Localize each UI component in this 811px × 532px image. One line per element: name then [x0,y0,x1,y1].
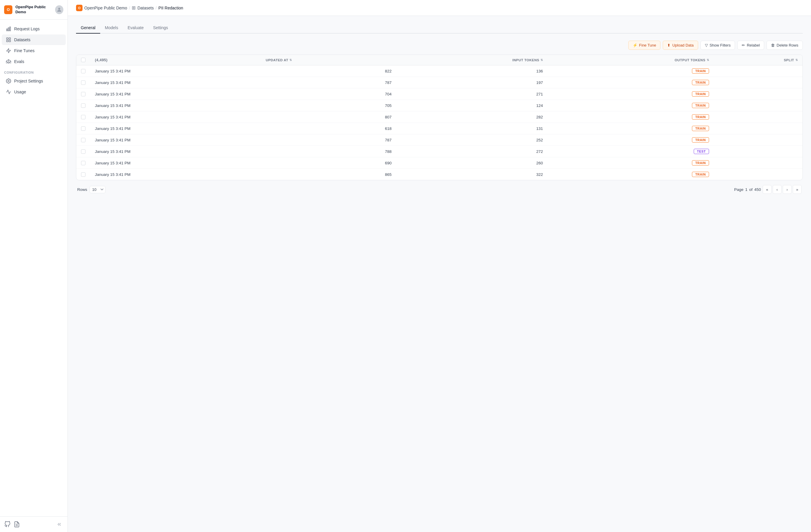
row-checkbox-9[interactable] [81,172,86,177]
split-badge-5: TRAIN [692,126,709,131]
sidebar-item-evals[interactable]: Evals [2,56,66,67]
footer-icons [4,521,20,528]
row-checkbox-cell-9 [76,169,90,180]
row-input-tokens-4: 807 [261,111,396,123]
row-split-5: TRAIN [548,123,714,134]
row-checkbox-4[interactable] [81,115,86,119]
row-checkbox-cell-2 [76,88,90,100]
upload-data-button[interactable]: ⬆ Upload Data [663,41,698,50]
next-page-button[interactable]: › [783,185,792,194]
relabel-button[interactable]: ✏ Relabel [737,41,764,50]
tab-bar: General Models Evaluate Settings [76,23,803,34]
page-content: General Models Evaluate Settings ⚡ Fine … [68,16,811,532]
th-updated-at[interactable]: UPDATED AT ⇅ [261,55,396,65]
row-input-tokens-3: 705 [261,100,396,111]
row-date-5: January 15 3:41 PM [90,123,261,134]
delete-rows-button[interactable]: 🗑 Delete Rows [766,41,803,50]
avatar[interactable] [55,5,63,14]
lightning-btn-icon: ⚡ [633,43,638,47]
relabel-label: Relabel [747,43,760,47]
select-all-header[interactable] [76,55,90,65]
row-checkbox-3[interactable] [81,104,86,108]
last-page-button[interactable]: » [793,185,801,194]
split-badge-2: TRAIN [692,91,709,97]
upload-data-label: Upload Data [672,43,693,47]
svg-rect-3 [10,27,11,31]
row-checkbox-1[interactable] [81,80,86,85]
select-all-checkbox[interactable] [81,58,86,62]
sidebar-nav: Request Logs Datasets Fine Tunes Evals C… [0,20,67,516]
row-split-2: TRAIN [548,88,714,100]
table-row[interactable]: January 15 3:41 PM 705 124 TRAIN [76,100,802,111]
table-row[interactable]: January 15 3:41 PM 865 322 TRAIN [76,169,802,180]
th-input-tokens[interactable]: INPUT TOKENS ⇅ [396,55,548,65]
row-date-4: January 15 3:41 PM [90,111,261,123]
tab-evaluate[interactable]: Evaluate [123,23,148,34]
sidebar-item-fine-tunes[interactable]: Fine Tunes [2,45,66,56]
gear-icon [6,78,11,84]
row-input-tokens-0: 822 [261,65,396,77]
th-count: (4,495) [90,55,261,65]
docs-icon[interactable] [14,521,20,528]
row-date-1: January 15 3:41 PM [90,77,261,88]
row-checkbox-cell-6 [76,134,90,146]
org-logo-area[interactable]: O OpenPipe Public Demo [4,5,55,15]
row-date-6: January 15 3:41 PM [90,134,261,146]
svg-rect-2 [8,28,9,31]
row-checkbox-5[interactable] [81,126,86,131]
gauge-icon [6,89,11,95]
row-checkbox-6[interactable] [81,138,86,142]
svg-rect-6 [6,40,8,42]
show-filters-label: Show Filters [709,43,731,47]
table-row[interactable]: January 15 3:41 PM 690 260 TRAIN [76,157,802,169]
sidebar-item-datasets[interactable]: Datasets [2,34,66,45]
table-row[interactable]: January 15 3:41 PM 788 272 TEST [76,146,802,157]
github-icon[interactable] [4,521,11,528]
sidebar-item-request-logs[interactable]: Request Logs [2,24,66,34]
table-row[interactable]: January 15 3:41 PM 704 271 TRAIN [76,88,802,100]
row-checkbox-cell-5 [76,123,90,134]
row-checkbox-7[interactable] [81,150,86,154]
sort-icon-output-tokens: ⇅ [707,58,709,62]
split-badge-1: TRAIN [692,80,709,85]
row-output-tokens-5: 131 [396,123,548,134]
row-checkbox-cell-4 [76,111,90,123]
breadcrumb-org[interactable]: OpenPipe Public Demo [84,5,127,10]
sidebar-item-label: Evals [14,59,24,64]
table-row[interactable]: January 15 3:41 PM 807 282 TRAIN [76,111,802,123]
sidebar-item-project-settings[interactable]: Project Settings [2,76,66,86]
show-filters-button[interactable]: ▽ Show Filters [701,41,735,50]
tab-general[interactable]: General [76,23,100,34]
th-output-tokens[interactable]: OUTPUT TOKENS ⇅ [548,55,714,65]
prev-page-button[interactable]: ‹ [773,185,782,194]
row-input-tokens-1: 787 [261,77,396,88]
table-row[interactable]: January 15 3:41 PM 822 136 TRAIN [76,65,802,77]
row-split-3: TRAIN [548,100,714,111]
rows-per-page-select[interactable]: 10 25 50 100 [90,186,106,193]
page-label: Page [734,187,744,192]
tab-settings[interactable]: Settings [148,23,173,34]
sidebar-item-usage[interactable]: Usage [2,87,66,97]
row-split-7: TEST [548,146,714,157]
table-row[interactable]: January 15 3:41 PM 787 197 TRAIN [76,77,802,88]
row-checkbox-0[interactable] [81,69,86,73]
row-output-tokens-7: 272 [396,146,548,157]
row-output-tokens-3: 124 [396,100,548,111]
breadcrumb-datasets[interactable]: Datasets [137,5,154,10]
row-checkbox-2[interactable] [81,92,86,96]
th-split[interactable]: SPLIT ⇅ [714,55,802,65]
row-checkbox-8[interactable] [81,161,86,165]
toolbar: ⚡ Fine Tune ⬆ Upload Data ▽ Show Filters… [76,41,803,50]
first-page-button[interactable]: « [763,185,771,194]
fine-tune-button[interactable]: ⚡ Fine Tune [628,41,661,50]
row-output-tokens-4: 282 [396,111,548,123]
collapse-sidebar-button[interactable] [55,520,63,529]
table-header-row: (4,495) UPDATED AT ⇅ INPUT TOKENS ⇅ [76,55,802,65]
table-row[interactable]: January 15 3:41 PM 618 131 TRAIN [76,123,802,134]
rows-label: Rows [77,187,87,192]
svg-point-10 [8,80,10,82]
svg-rect-5 [9,38,11,39]
tab-models[interactable]: Models [100,23,123,34]
table-row[interactable]: January 15 3:41 PM 787 252 TRAIN [76,134,802,146]
row-count: (4,495) [95,58,108,62]
